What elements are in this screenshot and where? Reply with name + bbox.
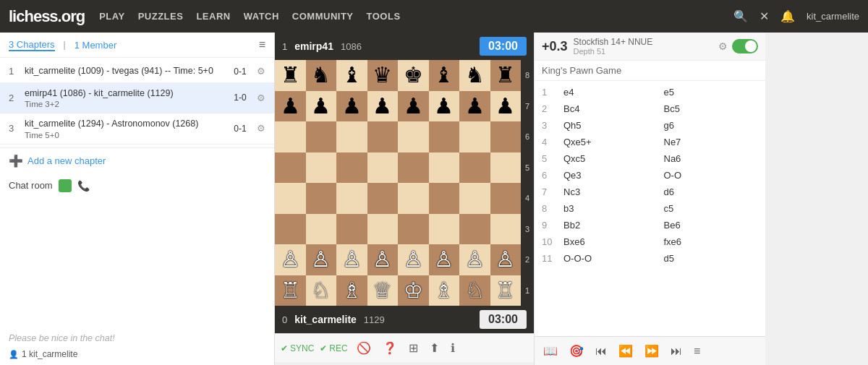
square-3-3[interactable]: [367, 153, 399, 184]
square-3-2[interactable]: [336, 153, 367, 184]
analysis-gear-icon[interactable]: ⚙: [718, 40, 728, 52]
square-5-2[interactable]: [336, 214, 367, 245]
no-camera-icon[interactable]: 🚫: [354, 338, 374, 358]
square-7-0[interactable]: ♖: [275, 275, 306, 306]
nav-community[interactable]: COMMUNITY: [292, 11, 354, 22]
square-3-6[interactable]: [459, 153, 490, 184]
square-2-3[interactable]: [367, 121, 399, 153]
square-7-7[interactable]: ♖: [490, 275, 522, 306]
square-7-3[interactable]: ♕: [367, 275, 399, 306]
square-6-6[interactable]: ♙: [459, 244, 490, 275]
square-6-1[interactable]: ♙: [306, 244, 337, 275]
chapter-item-1[interactable]: 1 kit_carmelite (1009) - tvegas (941) --…: [0, 61, 274, 83]
move-black[interactable]: g6: [661, 119, 759, 132]
square-1-7[interactable]: ♟: [490, 91, 522, 122]
square-5-3[interactable]: [367, 214, 399, 245]
square-5-5[interactable]: [429, 214, 460, 245]
chapter-gear-1[interactable]: ⚙: [257, 66, 265, 77]
square-5-6[interactable]: [459, 214, 490, 245]
square-6-3[interactable]: ♙: [367, 244, 399, 275]
tab-members[interactable]: 1 Member: [75, 40, 117, 51]
square-2-2[interactable]: [336, 121, 367, 153]
square-1-2[interactable]: ♟: [336, 91, 367, 122]
nav-tools[interactable]: TOOLS: [367, 11, 401, 22]
square-7-2[interactable]: ♗: [336, 275, 367, 306]
square-2-4[interactable]: [398, 121, 429, 153]
tab-chapters[interactable]: 3 Chapters: [9, 39, 55, 51]
brand-logo[interactable]: lichess.org: [9, 7, 85, 26]
square-4-1[interactable]: [306, 183, 337, 214]
square-1-4[interactable]: ♟: [398, 91, 429, 122]
square-6-0[interactable]: ♙: [275, 244, 306, 275]
chapter-item-2[interactable]: 2 emirp41 (1086) - kit_carmelite (1129) …: [0, 83, 274, 114]
square-1-6[interactable]: ♟: [459, 91, 490, 122]
close-icon[interactable]: ✕: [760, 9, 769, 23]
step-forward-icon[interactable]: ⏩: [642, 341, 662, 361]
move-white[interactable]: Bb2: [561, 218, 658, 232]
square-4-6[interactable]: [459, 183, 490, 214]
hamburger-icon[interactable]: ≡: [259, 38, 265, 51]
move-white[interactable]: Bc4: [561, 102, 658, 116]
square-3-1[interactable]: [306, 153, 337, 184]
move-white[interactable]: Qxc5: [561, 152, 658, 166]
square-3-7[interactable]: [490, 153, 522, 184]
square-6-4[interactable]: ♙: [398, 244, 429, 275]
square-2-6[interactable]: [459, 121, 490, 153]
square-1-3[interactable]: ♟: [367, 91, 399, 122]
square-5-4[interactable]: [398, 214, 429, 245]
phone-icon[interactable]: 📞: [77, 180, 90, 192]
square-1-5[interactable]: ♟: [429, 91, 460, 122]
bell-icon[interactable]: 🔔: [780, 9, 795, 23]
move-black[interactable]: fxe6: [661, 235, 759, 249]
square-3-0[interactable]: [275, 153, 306, 184]
rec-button[interactable]: ✔ REC: [320, 343, 347, 353]
move-white[interactable]: Qh5: [561, 119, 658, 132]
square-5-1[interactable]: [306, 214, 337, 245]
skip-forward-icon[interactable]: ⏭: [668, 342, 685, 361]
square-7-4[interactable]: ♔: [398, 275, 429, 306]
add-chapter-btn[interactable]: ➕ Add a new chapter: [0, 147, 274, 173]
move-white[interactable]: Qxe5+: [561, 135, 658, 149]
search-icon[interactable]: 🔍: [733, 9, 748, 23]
menu-icon[interactable]: ≡: [691, 342, 703, 361]
sync-button[interactable]: ✔ SYNC: [281, 343, 314, 353]
move-black[interactable]: e5: [661, 85, 759, 99]
grid-icon[interactable]: ⊞: [406, 338, 421, 358]
square-1-1[interactable]: ♟: [306, 91, 337, 122]
nav-watch[interactable]: WATCH: [244, 11, 279, 22]
square-6-2[interactable]: ♙: [336, 244, 367, 275]
square-0-2[interactable]: ♝: [336, 60, 367, 91]
move-white[interactable]: Bxe6: [561, 235, 658, 249]
square-2-0[interactable]: [275, 121, 306, 153]
move-black[interactable]: Ne7: [661, 135, 759, 149]
step-back-icon[interactable]: ⏪: [616, 341, 636, 361]
square-2-7[interactable]: [490, 121, 522, 153]
square-0-4[interactable]: ♚: [398, 60, 429, 91]
target-icon[interactable]: 🎯: [566, 341, 587, 361]
chessboard[interactable]: ♜♞♝♛♚♝♞♜♟♟♟♟♟♟♟♟♙♙♙♙♙♙♙♙♖♘♗♕♔♗♘♖: [275, 60, 521, 306]
square-5-0[interactable]: [275, 214, 306, 245]
move-black[interactable]: d5: [661, 252, 759, 265]
square-7-6[interactable]: ♘: [459, 275, 490, 306]
nav-puzzles[interactable]: PUZZLES: [138, 11, 184, 22]
square-0-3[interactable]: ♛: [367, 60, 399, 91]
move-black[interactable]: Bc5: [661, 102, 759, 116]
square-4-5[interactable]: [429, 183, 460, 214]
chapter-gear-3[interactable]: ⚙: [257, 123, 265, 134]
square-4-4[interactable]: [398, 183, 429, 214]
share-icon[interactable]: ⬆: [427, 338, 442, 358]
square-7-1[interactable]: ♘: [306, 275, 337, 306]
square-4-0[interactable]: [275, 183, 306, 214]
question-icon[interactable]: ❓: [380, 338, 400, 358]
square-5-7[interactable]: [490, 214, 522, 245]
square-4-7[interactable]: [490, 183, 522, 214]
square-0-6[interactable]: ♞: [459, 60, 490, 91]
chapter-gear-2[interactable]: ⚙: [257, 93, 265, 103]
square-0-7[interactable]: ♜: [490, 60, 522, 91]
chat-green-button[interactable]: [59, 179, 72, 192]
square-7-5[interactable]: ♗: [429, 275, 460, 306]
move-white[interactable]: b3: [561, 202, 658, 215]
square-3-4[interactable]: [398, 153, 429, 184]
move-black[interactable]: O-O: [661, 168, 759, 182]
square-0-1[interactable]: ♞: [306, 60, 337, 91]
